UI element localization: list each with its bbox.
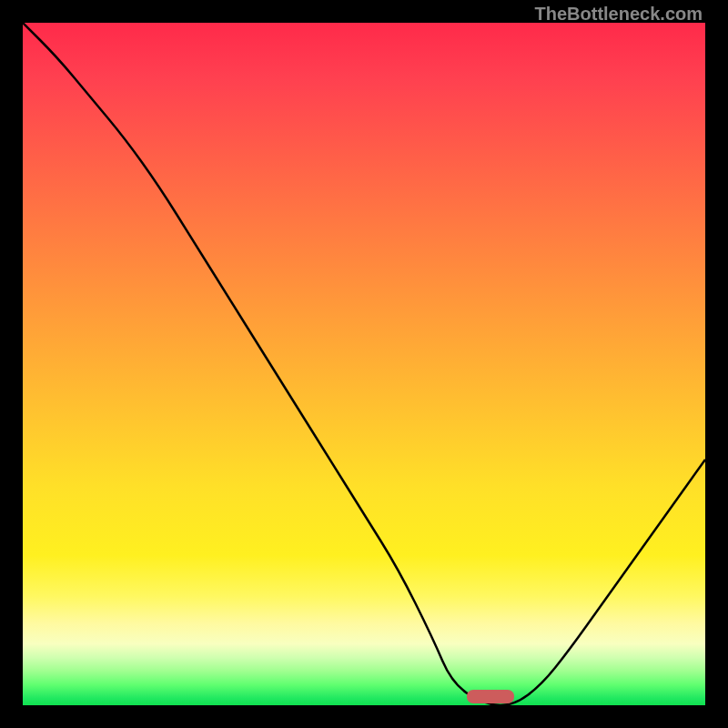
watermark-text: TheBottleneck.com	[535, 4, 703, 25]
chart-curve	[23, 23, 705, 705]
optimal-marker	[467, 690, 515, 703]
bottleneck-chart	[23, 23, 705, 705]
